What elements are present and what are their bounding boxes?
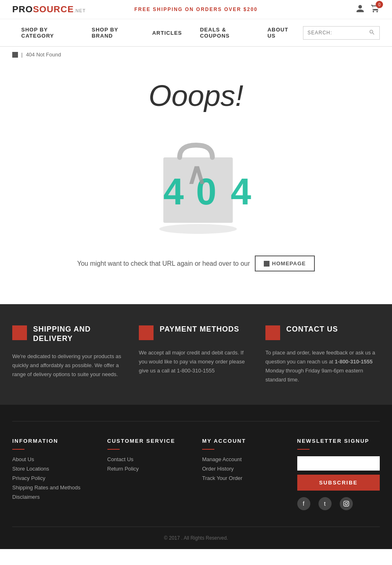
facebook-icon[interactable]: f xyxy=(297,497,310,510)
nav-item-about-us[interactable]: ABOUT US xyxy=(258,19,303,46)
url-message-text: You might want to check that URL again o… xyxy=(77,260,250,267)
footer-my-account-title: MY ACCOUNT xyxy=(202,438,285,444)
footer-my-account-divider xyxy=(202,449,214,450)
footer-information-title: INFORMATION xyxy=(12,438,95,444)
shipping-heading: SHIPPING AND DELIVERY xyxy=(33,325,127,344)
logo[interactable]: PROSOURCE.NET xyxy=(12,4,86,15)
logo-net: .NET xyxy=(74,8,86,13)
free-shipping-banner: FREE SHIPPING ON ORDERS OVER $200 xyxy=(134,7,258,12)
instagram-icon[interactable] xyxy=(340,497,353,510)
info-col-shipping: SHIPPING AND DELIVERY We're dedicated to… xyxy=(12,325,127,384)
payment-red-box xyxy=(139,325,154,340)
nav-item-shop-by-category[interactable]: SHOP BY CATEGORY xyxy=(12,19,82,46)
footer-link-contact-us[interactable]: Contact Us xyxy=(107,456,190,462)
payment-text: We accept all major credit and debit car… xyxy=(139,348,253,375)
contact-red-box xyxy=(265,325,280,340)
footer-bottom: © 2017 . All Rights Reserved. xyxy=(12,527,380,541)
breadcrumb-page: 404 Not Found xyxy=(26,52,61,58)
info-col-title-shipping: SHIPPING AND DELIVERY xyxy=(12,325,127,344)
nav-item-articles[interactable]: ARTICLES xyxy=(143,22,191,43)
footer-link-disclaimers[interactable]: Disclaimers xyxy=(12,494,95,500)
info-col-contact: CONTACT US To place and order, leave fee… xyxy=(265,325,380,384)
footer-top: INFORMATION About Us Store Locations Pri… xyxy=(12,421,380,510)
error-section: Ooops! 4 0 4 ∧ You might want to check t… xyxy=(0,63,392,304)
footer-customer-service-divider xyxy=(107,449,120,450)
breadcrumb-separator: | xyxy=(21,52,22,58)
header: PROSOURCE.NET FREE SHIPPING ON ORDERS OV… xyxy=(0,0,392,19)
footer-link-about-us[interactable]: About Us xyxy=(12,456,95,462)
error-graphic: 4 0 4 ∧ xyxy=(127,125,265,239)
footer-link-track-order[interactable]: Track Your Order xyxy=(202,475,285,481)
payment-heading: PAYMENT METHODS xyxy=(160,325,239,334)
subscribe-button[interactable]: SUBSCRIBE xyxy=(297,475,380,491)
cart-badge: 0 xyxy=(376,1,383,8)
nav-item-deals-coupons[interactable]: DEALS & COUPONS xyxy=(191,19,258,46)
svg-text:4: 4 xyxy=(163,171,184,212)
search-wrap xyxy=(303,26,380,40)
footer-link-return-policy[interactable]: Return Policy xyxy=(107,466,190,472)
contact-text: To place and order, leave feedback or as… xyxy=(265,348,380,384)
header-right: 0 xyxy=(356,4,380,15)
footer-link-privacy-policy[interactable]: Privacy Policy xyxy=(12,475,95,481)
twitter-icon[interactable]: t xyxy=(318,497,332,510)
contact-phone: 1-800-310-1555 xyxy=(335,359,373,365)
shipping-text: We're dedicated to delivering your produ… xyxy=(12,352,127,379)
footer: INFORMATION About Us Store Locations Pri… xyxy=(0,405,392,549)
footer-col-customer-service: CUSTOMER SERVICE Contact Us Return Polic… xyxy=(107,438,190,510)
contact-text-post: Monday through Friday 9am-6pm eastern st… xyxy=(265,368,363,383)
info-col-payment: PAYMENT METHODS We accept all major cred… xyxy=(139,325,253,384)
breadcrumb-home-icon[interactable] xyxy=(12,52,18,58)
nav-links: SHOP BY CATEGORY SHOP BY BRAND ARTICLES … xyxy=(12,19,303,46)
info-col-title-contact: CONTACT US xyxy=(265,325,380,340)
svg-text:∧: ∧ xyxy=(186,158,207,190)
breadcrumb: | 404 Not Found xyxy=(0,47,392,63)
footer-link-manage-account[interactable]: Manage Account xyxy=(202,456,285,462)
homepage-btn-label: HOMEPAGE xyxy=(272,260,306,267)
footer-newsletter-title: NEWSLETTER SIGNUP xyxy=(297,438,380,444)
logo-text: PROSOURCE.NET xyxy=(12,4,86,15)
footer-customer-service-title: CUSTOMER SERVICE xyxy=(107,438,190,444)
footer-col-newsletter: NEWSLETTER SIGNUP SUBSCRIBE f t xyxy=(297,438,380,510)
newsletter-email-input[interactable] xyxy=(297,456,380,471)
homepage-button[interactable]: HOMEPAGE xyxy=(255,256,315,271)
svg-text:4: 4 xyxy=(231,171,251,212)
footer-col-my-account: MY ACCOUNT Manage Account Order History … xyxy=(202,438,285,510)
footer-newsletter-divider xyxy=(297,449,310,450)
footer-link-shipping-rates[interactable]: Shipping Rates and Methods xyxy=(12,484,95,491)
search-button[interactable] xyxy=(369,29,375,37)
cart-icon-wrap[interactable]: 0 xyxy=(371,4,380,15)
shipping-red-box xyxy=(12,325,27,340)
footer-information-divider xyxy=(12,449,24,450)
info-col-title-payment: PAYMENT METHODS xyxy=(139,325,253,340)
user-icon[interactable] xyxy=(356,4,365,15)
svg-point-6 xyxy=(159,224,237,234)
info-sections: SHIPPING AND DELIVERY We're dedicated to… xyxy=(0,304,392,405)
home-square-icon xyxy=(264,261,270,267)
url-message: You might want to check that URL again o… xyxy=(12,256,380,271)
main-nav: SHOP BY CATEGORY SHOP BY BRAND ARTICLES … xyxy=(0,19,392,47)
ooops-heading: Ooops! xyxy=(12,79,380,112)
footer-link-store-locations[interactable]: Store Locations xyxy=(12,466,95,472)
contact-heading: CONTACT US xyxy=(286,325,338,334)
footer-col-information: INFORMATION About Us Store Locations Pri… xyxy=(12,438,95,510)
search-input[interactable] xyxy=(307,30,369,36)
nav-item-shop-by-brand[interactable]: SHOP BY BRAND xyxy=(82,19,143,46)
footer-link-order-history[interactable]: Order History xyxy=(202,466,285,472)
copyright-text: © 2017 . All Rights Reserved. xyxy=(164,535,228,541)
social-icons: f t xyxy=(297,497,380,510)
